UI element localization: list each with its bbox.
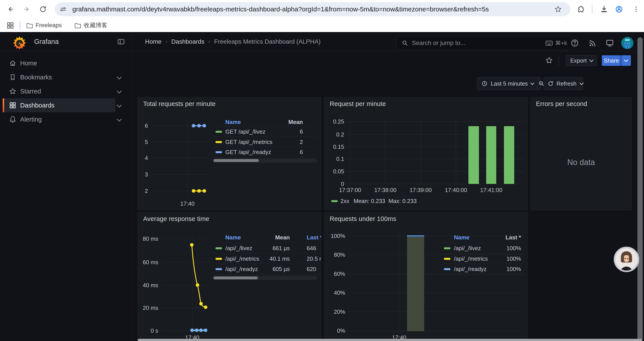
breadcrumb: Home › Dashboards › Freeleaps Metrics Da… — [145, 32, 321, 51]
bookmark-folder-label: 收藏博客 — [84, 19, 108, 32]
legend-name[interactable]: /api/_/metrics — [225, 255, 259, 263]
folder-icon — [74, 22, 82, 29]
url-text[interactable]: grafana.mathmast.com/d/deytv4rwavabkb/fr… — [72, 2, 489, 16]
grafana-app: Grafana Home Bookmarks Starred Dashboard… — [0, 32, 644, 341]
legend-header-name[interactable]: Name — [225, 233, 241, 241]
grafana-brand[interactable]: Grafana — [34, 32, 59, 51]
legend-value: 661 µs — [257, 244, 290, 252]
legend-scrollbar-thumb[interactable] — [214, 276, 258, 279]
legend-name[interactable]: GET /api/_/readyz — [225, 148, 271, 156]
bell-icon — [9, 115, 17, 123]
kiosk-monitor-icon[interactable] — [606, 39, 614, 47]
keyboard-icon — [545, 39, 553, 47]
sidebar-border — [131, 32, 132, 341]
bookmarks-divider — [20, 21, 20, 30]
share-button[interactable]: Share — [602, 55, 621, 66]
refresh-button[interactable]: Refresh — [544, 78, 580, 90]
refresh-interval-dropdown[interactable] — [580, 78, 583, 90]
series-area — [407, 236, 424, 331]
menu-kebab-icon[interactable] — [632, 5, 640, 13]
legend-value: 2 — [270, 138, 303, 146]
legend-name[interactable]: /api/_/livez — [454, 244, 481, 252]
breadcrumb-separator: › — [166, 38, 168, 45]
legend-value: 6 — [270, 128, 303, 136]
legend-header-mean[interactable]: Mean — [270, 118, 303, 126]
panel-request-per-minute: Request per minute 0.25 0.2 0.15 0.1 0.0… — [324, 97, 528, 210]
refresh-label: Refresh — [556, 80, 576, 87]
legend-header-mean[interactable]: Mean — [257, 233, 290, 241]
help-icon[interactable] — [570, 39, 579, 47]
series-2xx-bars — [468, 126, 514, 184]
breadcrumb-separator: › — [208, 38, 210, 45]
legend-name[interactable]: GET /api/_/livez — [225, 128, 266, 136]
legend-swatch-blue — [216, 151, 222, 153]
legend-swatch-yellow — [216, 258, 222, 260]
legend-name[interactable]: /api/_/readyz — [225, 265, 258, 273]
grafana-logo[interactable] — [12, 36, 27, 51]
dock-menu-icon[interactable] — [117, 38, 125, 46]
dashboards-icon — [9, 101, 17, 109]
legend-swatch-blue — [216, 268, 222, 270]
assistant-avatar-illustration — [615, 248, 638, 270]
legend-value: 100% — [477, 255, 521, 263]
bookmark-icon — [9, 73, 17, 81]
site-info-icon[interactable] — [60, 6, 67, 13]
x-tick: 17:40 — [174, 200, 200, 207]
home-icon — [9, 59, 17, 67]
panel-total-requests: Total requests per minute 6 5 4 3 2 17:4… — [138, 97, 321, 210]
legend-swatch-yellow — [444, 258, 450, 260]
legend-name[interactable]: GET /api/_/metrics — [225, 138, 272, 146]
bookmark-star-icon[interactable] — [554, 5, 562, 13]
sidebar-item-label: Bookmarks — [20, 70, 52, 84]
chevron-down-icon[interactable] — [117, 89, 122, 94]
legend-swatch-green — [216, 131, 222, 133]
profile-icon[interactable] — [615, 5, 624, 14]
browser-toolbar: grafana.mathmast.com/d/deytv4rwavabkb/fr… — [0, 0, 644, 19]
search-input[interactable]: Search or jump to... ⌘+k — [396, 36, 572, 50]
legend-value: 620 — [307, 265, 316, 273]
legend-scrollbar-thumb[interactable] — [214, 159, 259, 162]
actions-divider — [558, 56, 559, 65]
series-readyz — [192, 124, 206, 128]
chevron-down-icon[interactable] — [117, 103, 122, 108]
gridlines — [162, 236, 210, 332]
chevron-down-icon[interactable] — [117, 75, 122, 80]
floating-assistant-avatar[interactable] — [614, 247, 639, 272]
vertical-scrollbar-thumb[interactable] — [638, 37, 643, 341]
legend-name[interactable]: /api/_/livez — [225, 244, 252, 252]
sidebar-item-label: Starred — [20, 84, 41, 98]
bookmarks-bar: Freeleaps 收藏博客 — [0, 19, 644, 32]
downloads-icon[interactable] — [600, 5, 608, 14]
legend-swatch-green — [216, 247, 222, 249]
share-dropdown-button[interactable] — [621, 55, 631, 66]
legend-header-last[interactable]: Last * — [307, 233, 321, 241]
breadcrumb-current: Freeleaps Metrics Dashboard (ALPHA) — [214, 38, 321, 45]
horizontal-scrollbar-thumb[interactable] — [138, 339, 642, 341]
legend-name[interactable]: 2xx — [340, 197, 349, 205]
apps-grid-icon[interactable] — [6, 21, 14, 30]
legend-header-name[interactable]: Name — [454, 233, 470, 241]
back-icon[interactable] — [6, 5, 14, 13]
export-button[interactable]: Export — [566, 55, 597, 66]
bookmark-folder-label: Freeleaps — [36, 19, 62, 32]
news-rss-icon[interactable] — [588, 39, 597, 47]
sidebar-selected-indicator — [3, 98, 4, 112]
forward-icon[interactable] — [23, 5, 31, 13]
legend-value: 6 — [270, 148, 303, 156]
gridlines — [346, 119, 524, 184]
legend-header-last[interactable]: Last * — [477, 233, 521, 241]
legend-max: Max: 0.233 — [388, 197, 417, 205]
panel-title[interactable]: Errors per second — [536, 100, 587, 108]
chevron-down-icon[interactable] — [117, 117, 122, 122]
reload-icon[interactable] — [39, 5, 47, 13]
favorite-star-icon[interactable] — [545, 56, 553, 65]
legend-header-name[interactable]: Name — [225, 118, 241, 126]
x-tick: 17:40:00 — [440, 187, 471, 193]
legend-value: 20.5 ms — [307, 255, 321, 263]
breadcrumb-dashboards[interactable]: Dashboards — [171, 38, 204, 45]
folder-icon — [26, 22, 33, 29]
user-avatar[interactable] — [621, 37, 634, 49]
time-range-picker[interactable]: Last 5 minutes — [477, 78, 538, 90]
breadcrumb-home[interactable]: Home — [145, 38, 162, 45]
extensions-icon[interactable] — [576, 5, 584, 13]
